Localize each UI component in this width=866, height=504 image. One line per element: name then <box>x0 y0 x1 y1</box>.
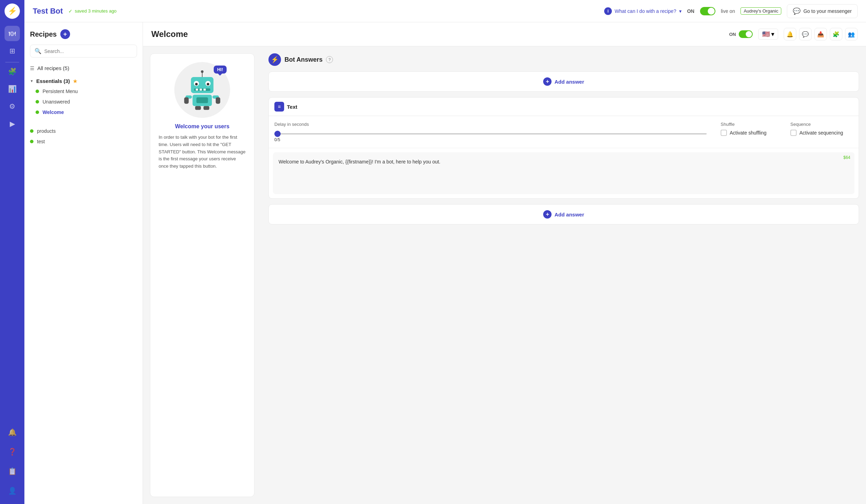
info-icon: i <box>604 7 612 15</box>
recipe-products[interactable]: products <box>30 126 137 136</box>
top-header: Test Bot ✓ saved 3 minutes ago i What ca… <box>24 0 866 22</box>
answers-panel: ⚡ Bot Answers ? + Add answer ≡ Text <box>261 46 866 504</box>
sidebar-icon-chart[interactable]: 📊 <box>5 81 20 97</box>
welcome-header: Welcome ON 🇺🇸 ▾ 🔔 💬 📥 🧩 👥 <box>143 22 866 46</box>
sequence-checkbox[interactable] <box>790 130 797 136</box>
sequence-column: Sequence Activate sequencing <box>790 122 853 136</box>
robot-container: HI! <box>174 62 230 118</box>
add-answer-top-button[interactable]: + Add answer <box>268 71 859 92</box>
sidebar-icon-user[interactable]: 👤 <box>5 483 20 498</box>
recipe-label: Unanswered <box>43 99 70 105</box>
main-panel: Welcome ON 🇺🇸 ▾ 🔔 💬 📥 🧩 👥 <box>143 22 866 504</box>
recipes-header: Recipes + <box>30 29 137 39</box>
sidebar-icon-recipes[interactable]: 🍽 <box>5 26 20 41</box>
shuffle-label: Shuffle <box>721 122 776 127</box>
dot-icon <box>30 129 33 133</box>
sidebar-icon-notification[interactable]: 🔔 <box>5 425 20 440</box>
sidebar-icon-settings[interactable]: ⚙ <box>5 99 20 114</box>
dot-icon <box>36 110 39 114</box>
other-recipes: products test <box>30 126 137 147</box>
svg-point-1 <box>201 70 203 73</box>
svg-rect-17 <box>195 106 201 110</box>
welcome-toggle-group: ON <box>729 30 753 38</box>
message-area[interactable]: $64 Welcome to Audrey's Organic, {{first… <box>273 152 854 194</box>
delay-label: Delay in seconds <box>274 122 707 127</box>
recipes-sidebar: Recipes + 🔍 ☰ All recipes (5) ▼ Essentia… <box>24 22 143 504</box>
toggle-knob <box>746 31 752 37</box>
sidebar-icon-blocks[interactable]: 🧩 <box>5 64 20 79</box>
dropdown-arrow: ▾ <box>771 30 774 38</box>
sidebar-icon-divider <box>5 62 19 62</box>
dss-row: Delay in seconds 0/5 Shuffle <box>274 122 853 142</box>
essentials-section: ▼ Essentials (3) ★ Persistent Menu Unans… <box>30 76 137 117</box>
inbox-icon[interactable]: 📥 <box>814 28 827 40</box>
essentials-header[interactable]: ▼ Essentials (3) ★ <box>30 76 137 86</box>
shuffle-checkbox[interactable] <box>721 130 727 136</box>
bot-icon: ⚡ <box>268 53 281 66</box>
recipe-label: Persistent Menu <box>43 89 78 94</box>
svg-rect-18 <box>204 106 210 110</box>
recipe-info-text: What can I do with a recipe? <box>615 8 676 14</box>
recipe-welcome[interactable]: Welcome <box>30 107 137 117</box>
brand-tag: Audrey's Organic <box>740 7 781 15</box>
recipe-info[interactable]: i What can I do with a recipe? ▾ <box>604 7 682 15</box>
char-count: $64 <box>843 155 850 160</box>
search-box: 🔍 <box>30 45 137 58</box>
sidebar-icon-docs[interactable]: 📋 <box>5 464 20 479</box>
dropdown-arrow: ▾ <box>679 8 682 14</box>
sidebar-icon-play[interactable]: ▶ <box>5 116 20 131</box>
shuffle-checkbox-row: Activate shuffling <box>721 130 776 136</box>
users-icon[interactable]: 👥 <box>845 28 858 40</box>
toggle-knob <box>708 8 715 15</box>
delay-shuffle-section: Delay in seconds 0/5 Shuffle <box>269 116 859 148</box>
check-icon: ✓ <box>68 8 73 14</box>
essentials-label: Essentials (3) <box>36 78 70 84</box>
hi-bubble: HI! <box>214 66 227 74</box>
language-selector[interactable]: 🇺🇸 ▾ <box>758 29 778 40</box>
messenger-button[interactable]: 💬 Go to your messenger <box>787 4 858 18</box>
activate-sequencing-label: Activate sequencing <box>799 130 843 136</box>
search-input[interactable] <box>44 48 132 54</box>
welcome-toggle[interactable] <box>739 30 753 38</box>
sidebar-icon-help[interactable]: ❓ <box>5 444 20 459</box>
svg-rect-12 <box>196 97 208 103</box>
help-icon[interactable]: ? <box>326 56 333 63</box>
add-answer-top-label: Add answer <box>554 79 584 85</box>
triangle-icon: ▼ <box>30 79 33 83</box>
puzzle-icon[interactable]: 🧩 <box>830 28 842 40</box>
slider-container <box>274 130 707 136</box>
recipe-unanswered[interactable]: Unanswered <box>30 97 137 107</box>
hamburger-icon: ☰ <box>30 66 35 71</box>
sidebar-icon-grid[interactable]: ⊞ <box>5 43 20 59</box>
svg-rect-8 <box>196 89 198 91</box>
logo-icon[interactable]: ⚡ <box>5 3 20 19</box>
recipe-test[interactable]: test <box>30 136 137 147</box>
shuffle-column: Shuffle Activate shuffling <box>721 122 776 136</box>
slider-value: 0/5 <box>274 137 707 142</box>
text-block: ≡ Text Delay in seconds <box>268 97 859 199</box>
add-recipe-button[interactable]: + <box>60 29 70 39</box>
recipe-label: test <box>37 139 45 144</box>
header-action-icons: 🔔 💬 📥 🧩 👥 <box>784 28 858 40</box>
content-area: Recipes + 🔍 ☰ All recipes (5) ▼ Essentia… <box>24 22 866 504</box>
card-description: In order to talk with your bot for the f… <box>159 134 246 170</box>
welcome-title: Welcome <box>151 29 724 39</box>
bot-answers-header: ⚡ Bot Answers ? <box>268 53 859 66</box>
saved-text: saved 3 minutes ago <box>75 8 116 14</box>
delay-slider[interactable] <box>274 133 707 135</box>
messenger-icon: 💬 <box>793 7 800 15</box>
text-block-title: Text <box>287 104 297 110</box>
all-recipes-item[interactable]: ☰ All recipes (5) <box>30 63 137 73</box>
dot-icon <box>30 140 33 143</box>
add-answer-bottom-button[interactable]: + Add answer <box>268 204 859 224</box>
chat-icon[interactable]: 💬 <box>799 28 812 40</box>
svg-rect-14 <box>184 97 189 104</box>
left-sidebar: ⚡ 🍽 ⊞ 🧩 📊 ⚙ ▶ 🔔 ❓ 📋 👤 <box>0 0 24 504</box>
recipe-persistent-menu[interactable]: Persistent Menu <box>30 86 137 97</box>
main-container: Test Bot ✓ saved 3 minutes ago i What ca… <box>24 0 866 504</box>
text-block-header: ≡ Text <box>269 98 859 116</box>
bell-icon[interactable]: 🔔 <box>784 28 796 40</box>
svg-rect-9 <box>200 89 202 91</box>
search-icon: 🔍 <box>35 48 41 54</box>
main-toggle[interactable] <box>700 7 715 15</box>
